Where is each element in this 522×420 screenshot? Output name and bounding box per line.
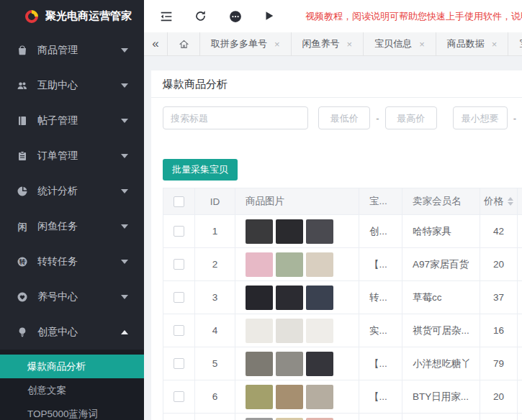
product-image — [246, 352, 273, 376]
product-table: ID 商品图片 宝... 卖家会员名 价格 1 — [163, 188, 522, 420]
tab-label: 宝 — [519, 37, 522, 50]
bulb-icon — [16, 326, 28, 338]
sidebar-item-label: 帖子管理 — [37, 114, 112, 127]
app-logo-icon — [24, 9, 39, 24]
price-range-separator: - — [376, 113, 379, 124]
tab-partial[interactable]: 宝 — [508, 32, 522, 55]
chevron-down-icon — [121, 260, 128, 264]
sidebar-subitem-label: 爆款商品分析 — [27, 361, 86, 372]
zhuanzhuan-icon: 转 — [16, 255, 28, 268]
min-price-input[interactable] — [318, 106, 370, 129]
tab-label: 闲鱼养号 — [302, 37, 340, 50]
sidebar-subitem-top5000-keywords[interactable]: TOP5000蓝海词 — [0, 402, 144, 420]
cell-seller: 小洋想吃糖丫 — [402, 347, 480, 380]
want-range-separator: - — [513, 113, 516, 124]
cell-title: 实... — [359, 314, 402, 347]
chevron-down-icon — [121, 295, 128, 299]
column-seller: 卖家会员名 — [402, 188, 480, 215]
cell-id: 3 — [195, 281, 235, 314]
sidebar-item-goods[interactable]: 商品管理 — [0, 32, 144, 68]
play-icon[interactable] — [264, 10, 276, 23]
book-icon — [16, 114, 28, 127]
column-images: 商品图片 — [235, 188, 359, 215]
table-row: 2 【... A97家居百货 20 — [163, 248, 522, 281]
content-area: 爆款商品分析 - - 批量采集宝贝 — [144, 56, 522, 420]
row-checkbox[interactable] — [174, 259, 184, 270]
cell-extra — [518, 248, 522, 281]
close-icon[interactable]: × — [274, 39, 280, 50]
app-window: 聚光电商运营管家 商品管理 互助中心 帖子管理 — [0, 0, 522, 420]
product-images — [246, 219, 359, 244]
table-row: 6 【... BTY日用家... 20 — [163, 380, 522, 414]
cell-title: 转... — [359, 281, 402, 314]
tab-label: 商品数据 — [447, 37, 485, 50]
close-icon[interactable]: × — [419, 39, 425, 50]
pie-chart-icon — [16, 185, 28, 197]
message-icon[interactable] — [229, 10, 242, 23]
product-image — [306, 418, 333, 420]
sidebar-item-account-care[interactable]: 养号中心 — [0, 279, 144, 314]
tab-item-info[interactable]: 宝贝信息 × — [364, 32, 436, 55]
close-icon[interactable]: × — [347, 39, 353, 50]
sidebar-item-zhuanzhuan-tasks[interactable]: 转 转转任务 — [0, 244, 144, 279]
sidebar-subitem-label: 创意文案 — [27, 385, 66, 396]
product-image — [246, 286, 273, 310]
max-price-input[interactable] — [385, 106, 437, 129]
cell-seller: A97家居百货 — [402, 248, 480, 281]
table-row: 5 【... 小洋想吃糖丫 79 — [163, 347, 522, 380]
min-want-input[interactable] — [453, 106, 508, 129]
cell-id: 2 — [195, 248, 235, 281]
sidebar-item-orders[interactable]: 订单管理 — [0, 138, 144, 173]
column-extra — [518, 188, 522, 215]
product-image — [246, 252, 273, 277]
batch-collect-button[interactable]: 批量采集宝贝 — [163, 159, 238, 181]
tab-product-data[interactable]: 商品数据 × — [436, 32, 509, 55]
sidebar-subitem-hot-product-analysis[interactable]: 爆款商品分析 — [0, 355, 144, 378]
sidebar-item-creative-center[interactable]: 创意中心 — [0, 314, 144, 350]
cell-seller: BTY日用家... — [402, 380, 480, 414]
product-image — [276, 385, 303, 409]
cell-price — [480, 414, 518, 420]
product-image — [306, 385, 333, 409]
sidebar-subitem-creative-copywriting[interactable]: 创意文案 — [0, 378, 144, 402]
tab-xianyu-care[interactable]: 闲鱼养号 × — [292, 32, 364, 55]
chevron-down-icon — [121, 119, 128, 123]
table-row: 1 创... 哈特家具 42 — [163, 215, 522, 248]
cell-extra — [518, 414, 522, 420]
sidebar-item-posts[interactable]: 帖子管理 — [0, 103, 144, 138]
tab-label: 宝贝信息 — [374, 37, 412, 50]
tabs-collapse-button[interactable]: « — [144, 32, 168, 55]
sidebar-item-mutual-help[interactable]: 互助中心 — [0, 68, 144, 103]
sort-icon[interactable] — [508, 197, 513, 206]
product-image — [306, 252, 333, 277]
cell-title: 【... — [359, 380, 402, 414]
refresh-icon[interactable] — [194, 10, 207, 23]
sidebar-item-xianyu-tasks[interactable]: 闲 闲鱼任务 — [0, 209, 144, 244]
row-checkbox[interactable] — [174, 325, 184, 336]
cell-price: 37 — [480, 281, 518, 314]
sidebar-subitem-label: TOP5000蓝海词 — [27, 408, 98, 419]
bag-icon — [16, 44, 28, 56]
sidebar-item-statistics[interactable]: 统计分析 — [0, 173, 144, 209]
table-row: 3 转... 草莓cc 37 — [163, 281, 522, 314]
home-tab[interactable] — [168, 32, 200, 55]
cell-price: 79 — [480, 347, 518, 380]
tab-pdd-order[interactable]: 取拼多多单号 × — [200, 32, 292, 55]
select-all-checkbox[interactable] — [174, 196, 184, 207]
sidebar-submenu-creative: 爆款商品分析 创意文案 TOP5000蓝海词 — [0, 350, 144, 420]
row-checkbox[interactable] — [174, 292, 184, 303]
menu-fold-icon[interactable] — [160, 10, 173, 23]
row-checkbox[interactable] — [174, 358, 184, 369]
row-checkbox[interactable] — [174, 226, 184, 237]
sidebar-item-label: 统计分析 — [37, 185, 112, 198]
svg-text:转: 转 — [18, 258, 25, 265]
notice-text: 视频教程，阅读说明可帮助您快速上手使用软件，说明 — [305, 10, 522, 23]
main-area: 视频教程，阅读说明可帮助您快速上手使用软件，说明 « 取拼多多单号 × 闲鱼养号… — [144, 0, 522, 420]
product-images — [246, 286, 359, 310]
close-icon[interactable]: × — [492, 39, 498, 50]
cell-title: 【... — [359, 248, 402, 281]
app-logo: 聚光电商运营管家 — [0, 0, 144, 32]
column-price[interactable]: 价格 — [480, 188, 518, 215]
row-checkbox[interactable] — [174, 391, 184, 402]
search-title-input[interactable] — [163, 106, 308, 129]
